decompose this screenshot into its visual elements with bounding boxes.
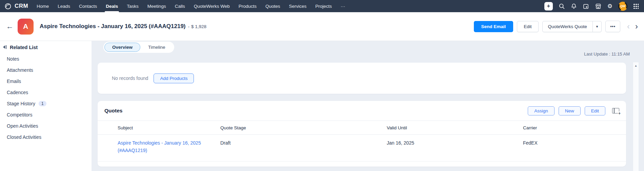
table-row: Aspire Technologies - January 16, 2025 (… <box>98 135 626 162</box>
scroll-area: No records found Add Products Quotes Ass… <box>92 62 644 171</box>
related-list-sidebar: Related List Notes Attachments Emails Ca… <box>0 41 92 171</box>
new-button[interactable]: New <box>559 106 581 115</box>
notifications-bell-icon[interactable] <box>571 3 577 9</box>
plus-icon: + <box>618 111 621 115</box>
cell-carrier: FedEX <box>519 135 626 147</box>
sidebar-item-competitors[interactable]: Competitors <box>0 109 92 120</box>
deal-amount: $ 1,928 <box>191 24 206 29</box>
sidebar-item-label: Stage History <box>7 101 35 106</box>
related-list-title: Related List <box>10 45 38 50</box>
quotewerks-quote-button[interactable]: QuoteWerks Quote <box>543 21 592 32</box>
manage-columns-icon[interactable]: + <box>612 108 619 113</box>
nav-item-deals[interactable]: Deals <box>101 0 122 12</box>
tab-overview[interactable]: Overview <box>104 43 140 52</box>
nav-item-leads[interactable]: Leads <box>53 0 75 12</box>
sidebar-item-open-activities[interactable]: Open Activities <box>0 120 92 131</box>
cell-subject: Aspire Technologies - January 16, 2025 (… <box>98 135 216 154</box>
vertical-scrollbar[interactable]: ▲ <box>633 62 639 171</box>
tabs-bar: Overview Timeline Last Update : 11:15 AM <box>92 41 644 62</box>
edit-quote-button[interactable]: Edit <box>585 106 605 115</box>
record-avatar: A <box>18 19 34 35</box>
last-update-text: Last Update : 11:15 AM <box>584 51 630 57</box>
nav-item-quotewerks-web[interactable]: QuoteWerks Web <box>189 0 234 12</box>
sidebar-item-emails[interactable]: Emails <box>0 76 92 87</box>
user-avatar[interactable]: QW <box>618 2 627 11</box>
sidebar-item-closed-activities[interactable]: Closed Activities <box>0 131 92 143</box>
column-header-subject: Subject <box>98 125 216 130</box>
search-icon[interactable] <box>559 3 565 9</box>
nav-more-menu[interactable]: ··· <box>336 0 350 12</box>
quotes-actions: Assign New Edit + <box>528 106 619 115</box>
nav-item-tasks[interactable]: Tasks <box>122 0 143 12</box>
quotes-header: Quotes Assign New Edit + <box>98 101 626 121</box>
send-email-button[interactable]: Send Email <box>474 21 514 32</box>
tab-timeline[interactable]: Timeline <box>140 43 173 52</box>
quick-create-button[interactable]: + <box>544 2 553 10</box>
stage-history-count-badge: 1 <box>39 101 46 106</box>
app-grid-icon[interactable] <box>633 3 639 9</box>
nav-item-services[interactable]: Services <box>285 0 311 12</box>
record-pager: ‹ › <box>627 22 638 30</box>
quotewerks-quote-split-button: QuoteWerks Quote ▾ <box>542 21 602 32</box>
related-list-items: Notes Attachments Emails Cadences Stage … <box>0 53 92 143</box>
page-title: Aspire Technologies - January 16, 2025 (… <box>40 23 186 30</box>
back-arrow-icon[interactable]: ← <box>6 22 14 31</box>
nav-right-icons: + ⚙ <box>544 0 644 12</box>
column-header-quote-stage: Quote Stage <box>216 125 383 130</box>
collapse-panel-icon[interactable] <box>2 45 7 50</box>
quotes-table-header: Subject Quote Stage Valid Until Carrier <box>98 121 626 135</box>
nav-item-quotes[interactable]: Quotes <box>261 0 285 12</box>
record-actions: Send Email Edit QuoteWerks Quote ▾ ••• ‹… <box>474 21 638 32</box>
sidebar-item-cadences[interactable]: Cadences <box>0 87 92 98</box>
zoho-logo-icon <box>4 2 12 10</box>
record-avatar-initial: A <box>23 22 28 30</box>
cell-quote-stage: Draft <box>216 135 383 147</box>
assign-button[interactable]: Assign <box>528 106 555 115</box>
nav-item-meetings[interactable]: Meetings <box>143 0 170 12</box>
calendar-icon[interactable] <box>583 3 589 9</box>
plus-icon: + <box>547 3 550 9</box>
previous-record-chevron[interactable]: ‹ <box>627 22 630 30</box>
no-records-text: No records found <box>112 76 148 81</box>
nav-item-calls[interactable]: Calls <box>170 0 189 12</box>
record-content: Overview Timeline Last Update : 11:15 AM… <box>92 41 644 171</box>
view-tabs: Overview Timeline <box>103 42 174 53</box>
marketplace-store-icon[interactable] <box>595 3 602 9</box>
sidebar-item-stage-history[interactable]: Stage History 1 <box>0 98 92 109</box>
quotes-title: Quotes <box>104 108 122 114</box>
brand-name: CRM <box>15 3 28 9</box>
column-header-valid-until: Valid Until <box>383 125 519 130</box>
sidebar-item-notes[interactable]: Notes <box>0 53 92 64</box>
sidebar-item-attachments[interactable]: Attachments <box>0 64 92 76</box>
title-separator: - <box>188 24 190 29</box>
scroll-up-arrow-icon[interactable]: ▲ <box>635 64 638 67</box>
nav-item-projects[interactable]: Projects <box>311 0 336 12</box>
edit-button[interactable]: Edit <box>517 21 538 32</box>
cell-valid-until: Jan 16, 2025 <box>383 135 519 147</box>
user-avatar-initials: QW <box>619 3 626 10</box>
nav-item-products[interactable]: Products <box>234 0 261 12</box>
caret-down-icon: ▾ <box>596 24 598 29</box>
settings-gear-icon[interactable]: ⚙ <box>607 3 612 9</box>
next-record-chevron[interactable]: › <box>635 22 638 30</box>
top-navigation-bar: CRM Home Leads Contacts Deals Tasks Meet… <box>0 0 644 12</box>
more-actions-button[interactable]: ••• <box>605 21 620 32</box>
quote-subject-link[interactable]: Aspire Technologies - January 16, 2025 (… <box>118 139 207 154</box>
nav-item-home[interactable]: Home <box>32 0 53 12</box>
nav-menu: Home Leads Contacts Deals Tasks Meetings… <box>32 0 349 12</box>
quotes-card: Quotes Assign New Edit + Subject Quote S… <box>98 101 626 167</box>
main-area: Related List Notes Attachments Emails Ca… <box>0 41 644 171</box>
column-header-carrier: Carrier <box>519 125 626 130</box>
products-card: No records found Add Products <box>98 63 626 94</box>
add-products-button[interactable]: Add Products <box>154 73 194 83</box>
record-header: ← A Aspire Technologies - January 16, 20… <box>0 12 644 41</box>
related-list-header: Related List <box>0 41 92 51</box>
quotewerks-dropdown-caret[interactable]: ▾ <box>592 21 602 32</box>
crm-brand[interactable]: CRM <box>0 0 32 12</box>
nav-item-contacts[interactable]: Contacts <box>75 0 101 12</box>
